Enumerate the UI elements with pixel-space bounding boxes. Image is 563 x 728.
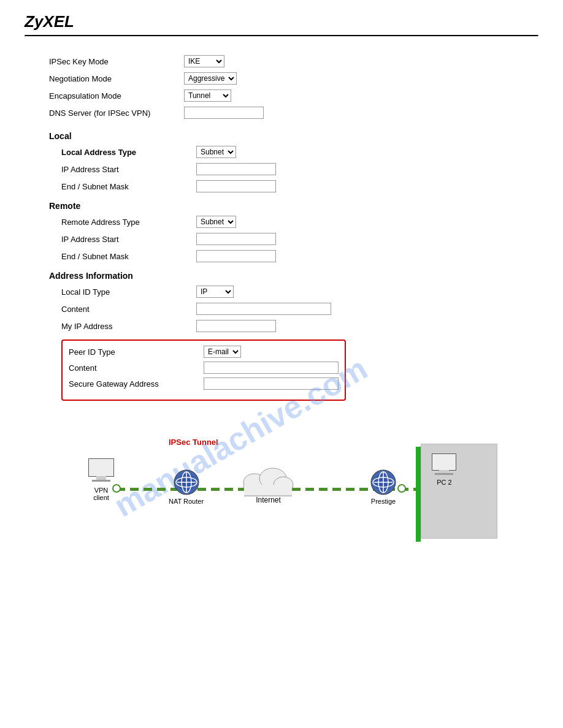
my-ip-input[interactable]: 0.0.0.0 [196, 320, 276, 332]
remote-address-type-label: Remote Address Type [61, 218, 196, 227]
local-ip-start-label: IP Address Start [61, 165, 196, 174]
dns-server-label: DNS Server (for IPSec VPN) [49, 108, 184, 118]
brand-logo: ZyXEL [25, 12, 538, 31]
my-ip-row: My IP Address 0.0.0.0 [61, 320, 538, 332]
peer-id-type-select[interactable]: IP DNS E-mail [204, 346, 241, 358]
remote-subnet-mask-row: End / Subnet Mask 255.255.255.0 [61, 250, 538, 262]
vpn-client-device: VPNclient [86, 456, 117, 501]
encapsulation-mode-label: Encapsulation Mode [49, 91, 184, 100]
vpn-client-label: VPNclient [93, 487, 109, 501]
ipsec-key-mode-row: IPSec Key Mode IKE Manual [49, 55, 538, 67]
peer-id-type-label: Peer ID Type [69, 347, 204, 357]
local-id-type-label: Local ID Type [61, 287, 196, 297]
pc2-label: PC 2 [437, 479, 451, 486]
encapsulation-mode-select[interactable]: Tunnel Transport [184, 89, 231, 102]
negotiation-mode-row: Negotiation Mode Main Aggressive [49, 72, 538, 85]
remote-address-type-select[interactable]: Single Subnet Range [196, 216, 236, 228]
local-subnet-mask-row: End / Subnet Mask 255.255.255.0 [61, 180, 538, 192]
ipsec-tunnel-label: IPSec Tunnel [169, 438, 218, 447]
local-address-type-select[interactable]: Single Subnet Range [196, 146, 236, 158]
dot-prestige [397, 484, 406, 493]
my-ip-label: My IP Address [61, 322, 196, 331]
svg-rect-23 [432, 454, 456, 470]
local-id-type-select[interactable]: IP DNS E-mail [196, 286, 234, 298]
network-diagram: IPSec Tunnel VPNclient [74, 438, 534, 560]
content2-row: Content <Sonicwall Serial #> [69, 362, 339, 374]
local-section-title: Local [49, 131, 538, 141]
dns-server-row: DNS Server (for IPSec VPN) 0.0.0.0 [49, 107, 538, 119]
content1-label: Content [61, 305, 196, 314]
svg-rect-25 [435, 473, 453, 475]
address-info-subsection: Local ID Type IP DNS E-mail Content My I… [61, 286, 538, 401]
pc2-icon [431, 453, 458, 479]
dot-vpn [112, 484, 121, 493]
secure-gateway-input[interactable]: 0.0.0.0 [204, 377, 339, 390]
ipsec-key-mode-select[interactable]: IKE Manual [184, 55, 224, 67]
nat-router-device: NAT Router [169, 467, 204, 505]
remote-subnet-mask-label: End / Subnet Mask [61, 252, 196, 261]
negotiation-mode-select[interactable]: Main Aggressive [184, 72, 237, 85]
local-ip-start-row: IP Address Start <Prestige LAN> [61, 163, 538, 175]
remote-subnet-mask-input[interactable]: 255.255.255.0 [196, 250, 276, 262]
svg-rect-1 [89, 459, 113, 476]
nat-router-label: NAT Router [169, 498, 204, 505]
content2-input[interactable]: <Sonicwall Serial #> [204, 362, 339, 374]
computer-icon [86, 456, 117, 487]
remote-ip-start-row: IP Address Start <Peer LAN> [61, 233, 538, 245]
local-subsection: Local Address Type Single Subnet Range I… [61, 146, 538, 192]
svg-rect-14 [244, 485, 292, 497]
secure-gateway-row: Secure Gateway Address 0.0.0.0 [69, 377, 339, 390]
internet-label: Internet [256, 496, 281, 504]
router-icon [171, 467, 202, 498]
local-ip-start-input[interactable]: <Prestige LAN> [196, 163, 276, 175]
encapsulation-mode-row: Encapsulation Mode Tunnel Transport [49, 89, 538, 102]
content1-row: Content [61, 303, 538, 315]
pc2-device: PC 2 [431, 453, 458, 486]
content2-label: Content [69, 363, 204, 373]
internet-device: Internet [239, 459, 297, 504]
remote-section-title: Remote [49, 201, 538, 211]
svg-rect-3 [92, 480, 110, 482]
dns-server-input[interactable]: 0.0.0.0 [184, 107, 264, 119]
cloud-icon [239, 459, 297, 499]
remote-ip-start-input[interactable]: <Peer LAN> [196, 233, 276, 245]
secure-gateway-label: Secure Gateway Address [69, 379, 204, 389]
local-subnet-mask-input[interactable]: 255.255.255.0 [196, 180, 276, 192]
local-subnet-mask-label: End / Subnet Mask [61, 182, 196, 191]
remote-subsection: Remote Address Type Single Subnet Range … [61, 216, 538, 262]
ipsec-key-mode-label: IPSec Key Mode [49, 57, 184, 66]
address-info-section-title: Address Information [49, 271, 538, 281]
prestige-device: Prestige [368, 467, 399, 505]
remote-ip-start-label: IP Address Start [61, 235, 196, 244]
negotiation-mode-label: Negotiation Mode [49, 74, 184, 83]
svg-rect-2 [96, 476, 106, 480]
prestige-router-icon [368, 467, 399, 498]
local-address-type-label: Local Address Type [61, 148, 196, 157]
peer-id-type-row: Peer ID Type IP DNS E-mail [69, 346, 339, 358]
main-form: IPSec Key Mode IKE Manual Negotiation Mo… [49, 55, 538, 401]
remote-address-type-row: Remote Address Type Single Subnet Range [61, 216, 538, 228]
svg-rect-24 [439, 470, 449, 473]
local-address-type-row: Local Address Type Single Subnet Range [61, 146, 538, 158]
local-id-type-row: Local ID Type IP DNS E-mail [61, 286, 538, 298]
header-divider [25, 35, 538, 37]
prestige-label: Prestige [371, 498, 396, 505]
pc2-area: PC 2 [421, 444, 497, 539]
peer-highlight-box: Peer ID Type IP DNS E-mail Content <Soni… [61, 339, 346, 401]
content1-input[interactable] [196, 303, 331, 315]
green-bar [416, 447, 421, 542]
